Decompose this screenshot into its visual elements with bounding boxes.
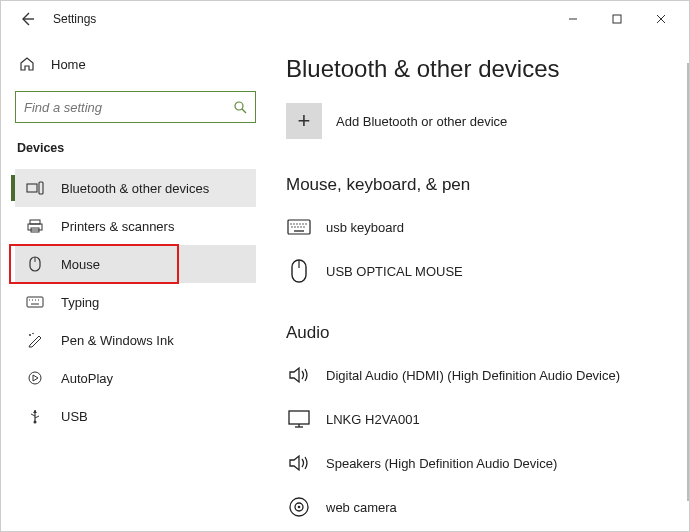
svg-point-30 bbox=[305, 223, 306, 224]
svg-rect-9 bbox=[28, 224, 42, 230]
svg-rect-24 bbox=[288, 220, 310, 234]
device-label: USB OPTICAL MOUSE bbox=[326, 264, 463, 279]
back-arrow-icon bbox=[19, 11, 35, 27]
mouse-icon bbox=[286, 258, 312, 284]
svg-line-5 bbox=[242, 109, 246, 113]
speaker-icon bbox=[286, 365, 312, 385]
window-controls bbox=[551, 4, 683, 34]
sidebar-section-header: Devices bbox=[17, 141, 256, 155]
device-label: LNKG H2VA001 bbox=[326, 412, 420, 427]
group-title: Mouse, keyboard, & pen bbox=[286, 175, 675, 195]
home-label: Home bbox=[51, 57, 86, 72]
svg-point-25 bbox=[290, 223, 291, 224]
window-title: Settings bbox=[53, 12, 96, 26]
maximize-icon bbox=[612, 14, 622, 24]
add-device-button[interactable]: + Add Bluetooth or other device bbox=[286, 103, 675, 139]
monitor-icon bbox=[286, 409, 312, 429]
svg-point-44 bbox=[298, 506, 301, 509]
mouse-icon bbox=[25, 256, 45, 272]
sidebar-item-label: Pen & Windows Ink bbox=[61, 333, 174, 348]
device-label: web camera bbox=[326, 500, 397, 515]
svg-point-29 bbox=[302, 223, 303, 224]
svg-rect-6 bbox=[27, 184, 37, 192]
svg-rect-1 bbox=[613, 15, 621, 23]
svg-point-32 bbox=[294, 226, 295, 227]
search-input[interactable] bbox=[15, 91, 256, 123]
sidebar-item-printers[interactable]: Printers & scanners bbox=[15, 207, 256, 245]
sidebar-item-label: AutoPlay bbox=[61, 371, 113, 386]
close-icon bbox=[656, 14, 666, 24]
search-field[interactable] bbox=[24, 100, 233, 115]
device-item[interactable]: Digital Audio (HDMI) (High Definition Au… bbox=[286, 353, 675, 397]
keyboard-icon bbox=[25, 296, 45, 308]
device-item[interactable]: LNKG H2VA001 bbox=[286, 397, 675, 441]
sidebar-item-label: Typing bbox=[61, 295, 99, 310]
home-link[interactable]: Home bbox=[17, 47, 256, 81]
svg-rect-13 bbox=[27, 297, 43, 307]
add-device-label: Add Bluetooth or other device bbox=[336, 114, 507, 129]
pen-icon bbox=[25, 332, 45, 348]
sidebar-item-label: Printers & scanners bbox=[61, 219, 174, 234]
device-item[interactable]: usb keyboard bbox=[286, 205, 675, 249]
svg-point-31 bbox=[291, 226, 292, 227]
keyboard-icon bbox=[286, 219, 312, 235]
svg-point-33 bbox=[297, 226, 298, 227]
speaker-icon bbox=[286, 453, 312, 473]
autoplay-icon bbox=[25, 370, 45, 386]
device-item[interactable]: web camera bbox=[286, 485, 675, 529]
sidebar-item-pen[interactable]: Pen & Windows Ink bbox=[15, 321, 256, 359]
sidebar: Home Devices Bluetooth & other devices P… bbox=[1, 37, 266, 531]
device-label: Digital Audio (HDMI) (High Definition Au… bbox=[326, 368, 620, 383]
sidebar-item-label: Bluetooth & other devices bbox=[61, 181, 209, 196]
device-label: Speakers (High Definition Audio Device) bbox=[326, 456, 557, 471]
printer-icon bbox=[25, 218, 45, 234]
svg-point-28 bbox=[299, 223, 300, 224]
svg-rect-39 bbox=[289, 411, 309, 424]
search-icon bbox=[233, 100, 247, 114]
maximize-button[interactable] bbox=[595, 4, 639, 34]
svg-point-27 bbox=[296, 223, 297, 224]
group-title: Audio bbox=[286, 323, 675, 343]
svg-point-19 bbox=[29, 334, 31, 336]
svg-point-26 bbox=[293, 223, 294, 224]
sidebar-item-label: Mouse bbox=[61, 257, 100, 272]
svg-rect-7 bbox=[39, 182, 43, 194]
svg-point-34 bbox=[300, 226, 301, 227]
home-icon bbox=[17, 56, 37, 72]
svg-point-21 bbox=[29, 372, 41, 384]
svg-point-20 bbox=[32, 333, 34, 335]
device-item[interactable]: Speakers (High Definition Audio Device) bbox=[286, 441, 675, 485]
main-content: Bluetooth & other devices + Add Bluetoot… bbox=[266, 37, 689, 531]
close-button[interactable] bbox=[639, 4, 683, 34]
scrollbar[interactable] bbox=[687, 63, 689, 501]
sidebar-item-bluetooth[interactable]: Bluetooth & other devices bbox=[15, 169, 256, 207]
sidebar-item-mouse[interactable]: Mouse bbox=[15, 245, 256, 283]
sidebar-item-autoplay[interactable]: AutoPlay bbox=[15, 359, 256, 397]
svg-point-35 bbox=[303, 226, 304, 227]
minimize-icon bbox=[568, 14, 578, 24]
titlebar: Settings bbox=[1, 1, 689, 37]
svg-rect-8 bbox=[30, 220, 40, 224]
sidebar-item-usb[interactable]: USB bbox=[15, 397, 256, 435]
page-title: Bluetooth & other devices bbox=[286, 55, 675, 83]
back-button[interactable] bbox=[13, 5, 41, 33]
device-label: usb keyboard bbox=[326, 220, 404, 235]
camera-icon bbox=[286, 496, 312, 518]
plus-icon: + bbox=[286, 103, 322, 139]
usb-icon bbox=[25, 408, 45, 424]
minimize-button[interactable] bbox=[551, 4, 595, 34]
devices-icon bbox=[25, 181, 45, 195]
sidebar-item-label: USB bbox=[61, 409, 88, 424]
svg-point-23 bbox=[34, 421, 37, 424]
device-item[interactable]: USB OPTICAL MOUSE bbox=[286, 249, 675, 293]
sidebar-item-typing[interactable]: Typing bbox=[15, 283, 256, 321]
svg-point-4 bbox=[235, 102, 243, 110]
